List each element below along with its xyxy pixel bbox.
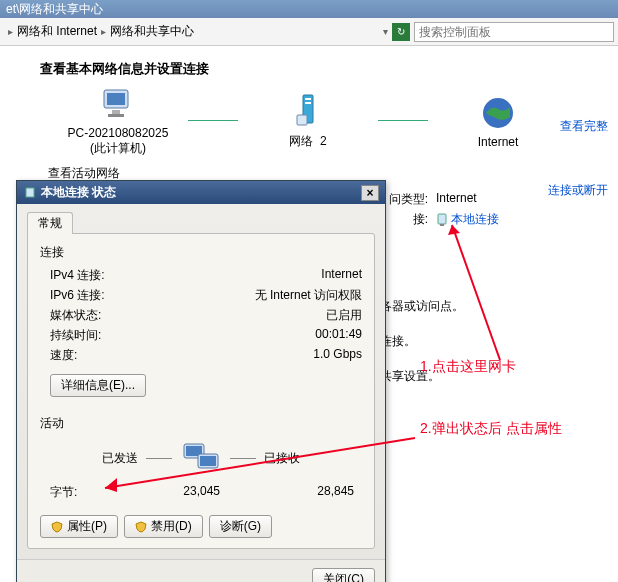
ipv6-key: IPv6 连接: — [50, 287, 105, 304]
window-title-bar: et\网络和共享中心 — [0, 0, 618, 18]
svg-rect-7 — [297, 115, 307, 125]
details-button[interactable]: 详细信息(E)... — [50, 374, 146, 397]
network-icon — [291, 91, 325, 131]
tab-general[interactable]: 常规 — [27, 212, 73, 234]
side-text: 各器或访问点。 — [380, 298, 499, 315]
duration-key: 持续时间: — [50, 327, 101, 344]
svg-rect-10 — [440, 224, 444, 226]
diagnose-button[interactable]: 诊断(G) — [209, 515, 272, 538]
speed-key: 速度: — [50, 347, 77, 364]
nic-icon — [23, 186, 37, 200]
bytes-sent: 23,045 — [110, 484, 220, 501]
node-internet: Internet — [438, 93, 558, 149]
connection-status-dialog: 本地连接 状态 × 常规 连接 IPv4 连接:Internet IPv6 连接… — [16, 180, 386, 582]
access-type-value: Internet — [436, 191, 477, 208]
network-label: 网络 — [289, 134, 313, 148]
network-number: 2 — [320, 134, 327, 148]
node-this-pc: PC-202108082025 (此计算机) — [58, 84, 178, 157]
local-connection-link[interactable]: 本地连接 — [436, 211, 499, 228]
svg-rect-11 — [26, 188, 34, 197]
ipv4-value: Internet — [321, 267, 362, 284]
svg-rect-2 — [112, 110, 120, 114]
dialog-title: 本地连接 状态 — [41, 184, 116, 201]
connection-group-label: 连接 — [40, 244, 362, 261]
activity-diagram: 已发送 已接收 — [40, 440, 362, 476]
media-value: 已启用 — [326, 307, 362, 324]
speed-value: 1.0 Gbps — [313, 347, 362, 364]
annotation-1: 1.点击这里网卡 — [420, 358, 516, 376]
computer-icon — [98, 84, 138, 124]
svg-rect-3 — [108, 114, 124, 117]
chevron-right-icon: ▸ — [101, 26, 106, 37]
svg-rect-9 — [438, 214, 446, 224]
svg-rect-15 — [200, 456, 216, 466]
close-dialog-button[interactable]: 关闭(C) — [312, 568, 375, 582]
ipv4-key: IPv4 连接: — [50, 267, 105, 284]
page-heading: 查看基本网络信息并设置连接 — [40, 60, 602, 78]
computers-icon — [180, 440, 222, 476]
tab-panel: 连接 IPv4 连接:Internet IPv6 连接:无 Internet 访… — [27, 233, 375, 549]
breadcrumb-item[interactable]: 网络和 Internet — [17, 23, 97, 40]
window-title: et\网络和共享中心 — [6, 2, 103, 16]
network-map: PC-202108082025 (此计算机) 网络 2 — [58, 84, 602, 157]
pc-sublabel: (此计算机) — [58, 140, 178, 157]
breadcrumb: ▸ 网络和 Internet ▸ 网络和共享中心 ▾ ↻ — [0, 18, 618, 46]
media-key: 媒体状态: — [50, 307, 101, 324]
shield-icon — [51, 521, 63, 533]
side-text: 。 — [380, 403, 499, 420]
globe-icon — [480, 95, 516, 131]
annotation-2: 2.弹出状态后 点击属性 — [420, 420, 600, 438]
search-input[interactable] — [414, 22, 614, 42]
svg-rect-5 — [305, 98, 311, 100]
sent-label: 已发送 — [102, 450, 138, 467]
refresh-button[interactable]: ↻ — [392, 23, 410, 41]
connections-key: 接: — [380, 211, 428, 228]
see-full-map-link[interactable]: 查看完整 — [560, 118, 608, 135]
side-text: 连接。 — [380, 333, 499, 350]
disable-button[interactable]: 禁用(D) — [124, 515, 203, 538]
close-button[interactable]: × — [361, 185, 379, 201]
nic-icon — [436, 213, 448, 227]
duration-value: 00:01:49 — [315, 327, 362, 344]
ipv6-value: 无 Internet 访问权限 — [255, 287, 362, 304]
chevron-right-icon: ▸ — [8, 26, 13, 37]
dialog-title-bar[interactable]: 本地连接 状态 × — [17, 181, 385, 204]
pc-name: PC-202108082025 — [58, 126, 178, 140]
chevron-down-icon[interactable]: ▾ — [383, 26, 388, 37]
network-details: 问类型: Internet 接: 本地连接 各器或访问点。 连接。 共享设置。 … — [380, 188, 499, 426]
activity-group-label: 活动 — [40, 415, 362, 432]
internet-label: Internet — [438, 135, 558, 149]
svg-rect-1 — [107, 93, 125, 105]
access-type-key: 问类型: — [380, 191, 428, 208]
bytes-recv: 28,845 — [220, 484, 362, 501]
properties-button[interactable]: 属性(P) — [40, 515, 118, 538]
recv-label: 已接收 — [264, 450, 300, 467]
shield-icon — [135, 521, 147, 533]
svg-rect-6 — [305, 102, 311, 104]
breadcrumb-item[interactable]: 网络和共享中心 — [110, 23, 194, 40]
bytes-label: 字节: — [50, 484, 110, 501]
connect-disconnect-link[interactable]: 连接或断开 — [548, 182, 608, 199]
node-network: 网络 2 — [248, 91, 368, 150]
main-content: 查看基本网络信息并设置连接 查看完整 连接或断开 PC-202108082025… — [0, 46, 618, 196]
